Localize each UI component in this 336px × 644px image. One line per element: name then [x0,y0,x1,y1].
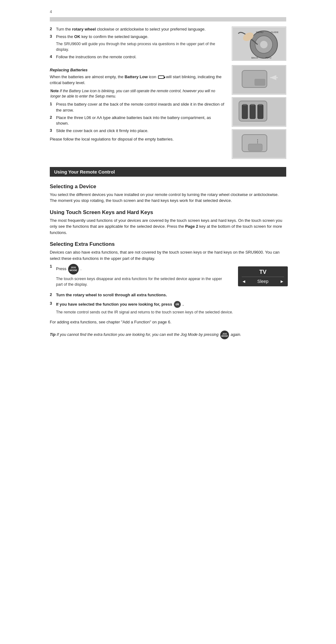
step-num-4: 4 [50,54,54,60]
battery-svg-2 [233,98,286,126]
step-text-4: Follow the instructions on the remote co… [56,54,137,60]
jog-mode-button-1: JOGMODE [68,264,79,274]
extra-step-1-sub: The touch screen keys disappear and extr… [56,276,227,287]
extra-step-num-1: 1 [50,264,54,274]
tv-display-title: TV [242,269,284,277]
step-num-3: 3 [50,34,54,40]
batteries-intro: When the batteries are almost empty, the… [50,74,225,86]
jog-mode-button-tip: JOGMODE [220,331,229,339]
battery-step-2: 2 Place the three L06 or AA type alkalin… [50,115,225,126]
battery-step-num-3: 3 [50,128,54,134]
battery-step-text-3: Slide the cover back on and click it fir… [56,128,148,134]
selecting-extra-functions-heading: Selecting Extra Functions [50,241,286,247]
svg-text:INFO: INFO [265,56,271,59]
extra-step-1-item: 1 Press JOGMODE . [50,264,227,274]
tip-block: Tip If you cannot find the extra functio… [50,331,286,339]
battery-step-text-1: Press the battery cover at the back of t… [56,102,225,113]
battery-step-text-2: Place the three L06 or AA type alkaline … [56,115,225,126]
batteries-text-col: Replacing Batteries When the batteries a… [50,65,225,159]
svg-rect-16 [242,105,248,119]
tv-display-row: ◄ Sleep ► [242,279,284,284]
battery-step-num-2: 2 [50,115,54,126]
step-4: 4 Follow the instructions on the remote … [50,54,225,60]
add-function-note: For adding extra functions, see chapter … [50,319,286,325]
replacing-batteries-heading: Replacing Batteries [50,68,225,72]
tv-display: TV ◄ Sleep ► [238,266,288,286]
content-area: 2 Turn the rotary wheel clockwise or ant… [47,26,289,339]
battery-step-num-1: 1 [50,102,54,113]
selecting-device-heading: Selecting a Device [50,184,286,190]
top-gray-bar [50,17,286,21]
svg-text:MENU: MENU [256,31,264,34]
tv-right-arrow: ► [280,279,284,284]
rotary-wheel-image: MENU GUIDE BACK INFO [232,26,286,61]
svg-rect-24 [248,144,262,151]
extra-step-1: 1 Press JOGMODE . The touch screen keys … [50,264,286,289]
battery-svg-3 [233,130,286,158]
extra-step-num-3: 3 [50,301,54,308]
battery-image-3 [232,129,286,159]
extra-step-num-2: 2 [50,292,54,298]
touch-screen-keys-heading: Using Touch Screen Keys and Hard Keys [50,209,286,216]
battery-images-col [230,65,286,159]
step-num-2: 2 [50,26,54,32]
tv-sleep-label: Sleep [257,279,268,284]
svg-text:GUIDE: GUIDE [271,31,278,34]
selecting-extra-functions-body: Devices can also have extra functions, t… [50,249,286,261]
step-text-3: Press the OK key to confirm the selected… [56,34,148,40]
rotary-wheel-svg: MENU GUIDE BACK INFO [233,27,286,60]
extra-step-text-1: Press JOGMODE . [56,264,82,274]
svg-text:BACK: BACK [251,56,258,59]
intro-text-col: 2 Turn the rotary wheel clockwise or ant… [50,26,225,62]
step-text-2: Turn the rotary wheel clockwise or antic… [56,26,206,32]
step-2: 2 Turn the rotary wheel clockwise or ant… [50,26,225,32]
battery-icon [158,75,164,79]
ok-button: ok [174,301,181,308]
extra-step-text-2: Turn the rotary wheel to scroll through … [56,292,167,298]
page-number: 4 [47,9,289,14]
step-3: 3 Press the OK key to confirm the select… [50,34,225,40]
rotary-image-col: MENU GUIDE BACK INFO [230,26,286,62]
extra-step-text-3: If you have selected the function you we… [56,301,184,308]
battery-image-1 [232,65,286,95]
selecting-device-body: You select the different devices you hav… [50,192,286,204]
battery-note: Note If the Battery Low icon is blinking… [50,88,225,99]
extra-step-1-left: 1 Press JOGMODE . The touch screen keys … [50,264,227,289]
battery-images [232,65,286,159]
svg-rect-17 [250,105,255,119]
svg-rect-18 [258,105,263,119]
battery-image-2 [232,97,286,127]
extra-step-2: 2 Turn the rotary wheel to scroll throug… [50,292,286,298]
svg-rect-19 [243,104,247,105]
intro-section: 2 Turn the rotary wheel clockwise or ant… [50,26,286,62]
svg-rect-21 [259,104,262,105]
battery-svg-1 [233,66,286,94]
battery-step-1: 1 Press the battery cover at the back of… [50,102,225,113]
replacing-batteries-section: Replacing Batteries When the batteries a… [50,65,286,159]
extra-step-1-right: TV ◄ Sleep ► [232,264,286,289]
extra-step-3: 3 If you have selected the function you … [50,301,286,308]
section-bar: Using Your Remote Control [50,167,286,177]
batteries-footer: Please follow the local regulations for … [50,136,225,142]
tv-left-arrow: ◄ [242,279,246,284]
battery-step-3: 3 Slide the cover back on and click it f… [50,128,225,134]
svg-rect-11 [254,79,265,86]
svg-rect-20 [251,104,254,105]
step-3-sub: The SRU9600 will guide you through the s… [56,41,225,52]
touch-screen-keys-body: The most frequently used functions of yo… [50,217,286,236]
svg-point-3 [260,41,268,48]
page: 4 2 Turn the rotary wheel clockwise or a… [47,0,289,352]
extra-step-3-sub: The remote control sends out the IR sign… [56,310,286,315]
